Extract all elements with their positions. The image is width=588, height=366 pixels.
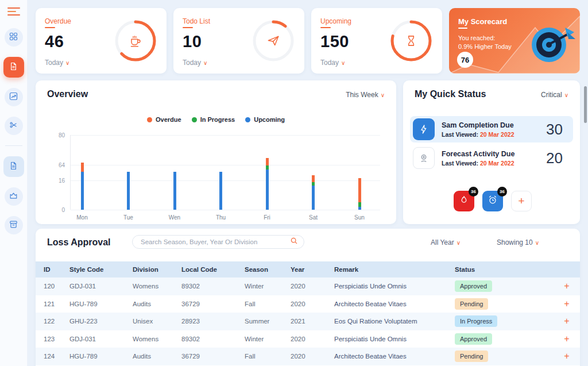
stat-value: 10 (183, 32, 202, 51)
column-header: Style Code (69, 266, 133, 273)
lightning-bolt-icon (413, 118, 435, 140)
table-cell: Fall (245, 353, 291, 360)
chart-bar-tue (127, 135, 130, 210)
bar-segment-upcoming (173, 172, 176, 210)
sidebar-item-files[interactable] (3, 156, 24, 177)
bar-segment-in-progress (358, 202, 361, 207)
bar-segment-upcoming (127, 172, 130, 210)
status-badge: Pending (455, 350, 488, 362)
table-cell: Audits (133, 300, 181, 307)
table-row: 120GDJ-031Womens89302Winter2020Perspicia… (36, 278, 580, 295)
quick-status-item[interactable]: Sam Completion Due Last Viewed: 20 Mar 2… (410, 116, 573, 142)
bar-segment-in-progress (266, 165, 269, 169)
table-cell-status: Approved (455, 280, 558, 292)
add-shortcut-button[interactable]: + (511, 191, 532, 211)
row-add-button[interactable]: + (558, 316, 575, 326)
table-cell-remark: Eos Qui Ratione Voluptatem (334, 318, 455, 325)
quick-status-count: 30 (546, 121, 563, 138)
period-dropdown[interactable]: Today∨ (45, 59, 69, 67)
fire-shortcut-button[interactable]: 36 (454, 191, 474, 211)
chart-x-tick: Fri (264, 214, 270, 221)
search-input[interactable] (141, 238, 290, 245)
search-icon[interactable] (290, 237, 298, 247)
legend-item: Upcoming (245, 116, 285, 123)
alarm-shortcut-button[interactable]: 36 (482, 191, 503, 211)
scrollbar-thumb[interactable] (584, 86, 587, 123)
showing-filter-dropdown[interactable]: Showing 10∨ (497, 238, 539, 246)
legend-item: In Progress (192, 116, 235, 123)
bar-segment-upcoming (312, 186, 315, 210)
sidebar-item-calendar[interactable] (5, 187, 23, 206)
period-dropdown[interactable]: Today∨ (183, 59, 207, 67)
chart-bar-fri (266, 135, 269, 210)
table-row: 121HGU-789Audits36729Fall2020Architecto … (36, 295, 580, 313)
table-cell: HGU-789 (69, 353, 133, 360)
bar-segment-overdue (81, 163, 84, 172)
progress-ring-wrap (252, 19, 295, 63)
row-add-button[interactable]: + (558, 334, 575, 344)
table-cell: 2020 (291, 336, 334, 342)
chevron-down-icon: ∨ (535, 240, 539, 246)
table-row: 124HGU-789Audits36729Fall2020Architecto … (36, 348, 580, 365)
row-add-button[interactable]: + (558, 299, 575, 309)
table-cell-remark: Perspiciatis Unde Omnis (334, 283, 455, 290)
chart-bar-sat (312, 135, 315, 210)
week-filter-dropdown[interactable]: This Week∨ (346, 91, 385, 99)
row-add-button[interactable]: + (558, 351, 575, 361)
scorecard-line2: 0.9% Higher Today (458, 43, 512, 50)
table-cell-status: Approved (455, 333, 558, 345)
scorecard-title: My Scorecard (458, 17, 507, 26)
chevron-down-icon: ∨ (381, 92, 385, 98)
table-row: 123GDJ-031Womens89302Winter2020Perspicia… (36, 330, 580, 348)
sidebar-item-dashboard[interactable] (5, 28, 23, 47)
table-cell: Winter (245, 283, 291, 290)
chevron-down-icon: ∨ (203, 60, 207, 66)
coffee-cup-icon (128, 33, 143, 48)
progress-ring-wrap (114, 19, 157, 63)
file-icon (9, 161, 18, 173)
overview-title: Overview (47, 89, 88, 99)
chart-gridline (71, 210, 380, 210)
status-badge: Pending (455, 298, 488, 310)
sidebar-item-cut[interactable] (5, 117, 23, 135)
status-badge: Approved (455, 280, 492, 292)
legend-item: Overdue (147, 116, 181, 123)
sidebar-item-analytics[interactable] (5, 88, 23, 106)
notification-badge: 36 (469, 187, 478, 197)
stat-title: Upcoming (320, 17, 351, 25)
legend-label: Upcoming (254, 116, 285, 123)
bar-segment-overdue (358, 178, 361, 202)
legend-label: In Progress (200, 116, 235, 123)
table-cell: 122 (44, 318, 69, 325)
sidebar-item-archive[interactable] (5, 216, 23, 234)
column-header: Remark (334, 266, 455, 273)
title-underline (183, 27, 193, 28)
sidebar-item-documents[interactable] (3, 57, 24, 78)
chart-x-tick: Sun (354, 214, 365, 221)
scorecard-card: My Scorecard You reached: 0.9% Higher To… (449, 8, 580, 74)
table-cell: GDJ-031 (69, 336, 133, 342)
row-add-button[interactable]: + (558, 281, 575, 291)
table-cell: 36729 (181, 353, 245, 360)
chart-y-tick: 16 (59, 178, 65, 184)
stat-value: 150 (320, 32, 349, 51)
table-cell: 89302 (181, 336, 245, 342)
column-header: Year (291, 266, 334, 273)
stat-title: Overdue (45, 17, 71, 25)
bar-segment-overdue (266, 158, 269, 165)
quick-status-item[interactable]: Forecast Activity Due Last Viewed: 20 Ma… (410, 145, 573, 171)
last-viewed: Last Viewed: 20 Mar 2022 (442, 131, 514, 138)
menu-icon[interactable] (7, 7, 20, 18)
table-cell: 89302 (181, 283, 245, 290)
chevron-down-icon: ∨ (341, 60, 345, 66)
table-cell: Summer (245, 318, 291, 325)
critical-filter-dropdown[interactable]: Critical∨ (541, 91, 568, 99)
chart-gridline (71, 180, 380, 181)
stat-card-todo: Todo List 10 Today∨ (173, 8, 304, 74)
fire-icon (458, 194, 470, 208)
period-dropdown[interactable]: Today∨ (320, 59, 345, 67)
chart-y-tick: 80 (59, 132, 65, 138)
document-icon (9, 61, 18, 74)
year-filter-dropdown[interactable]: All Year∨ (431, 238, 461, 246)
progress-ring-wrap (389, 19, 433, 63)
